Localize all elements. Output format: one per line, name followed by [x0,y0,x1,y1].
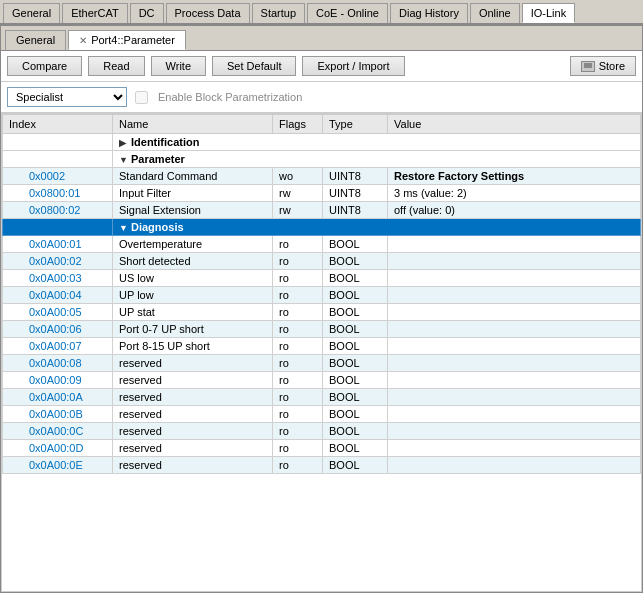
close-icon[interactable]: ✕ [79,35,87,46]
set-default-button[interactable]: Set Default [212,56,296,76]
tab-general[interactable]: General [3,3,60,23]
store-icon [581,61,595,72]
table-row[interactable]: 0x0A00:0E reserved ro BOOL [3,457,641,474]
table-row[interactable]: ▶Identification [3,134,641,151]
param-table: Index Name Flags Type Value ▶Identificat… [2,114,641,474]
table-row[interactable]: 0x0800:01 Input Filter rw UINT8 3 ms (va… [3,185,641,202]
col-header-flags: Flags [273,115,323,134]
tab-startup[interactable]: Startup [252,3,305,23]
block-param-checkbox[interactable] [135,91,148,104]
sub-tab-port4-param[interactable]: ✕Port4::Parameter [68,30,186,50]
store-button[interactable]: Store [570,56,636,76]
table-row[interactable]: 0x0A00:03 US low ro BOOL [3,270,641,287]
write-button[interactable]: Write [151,56,206,76]
table-row[interactable]: 0x0A00:0A reserved ro BOOL [3,389,641,406]
table-row[interactable]: ▼Parameter [3,151,641,168]
top-tab-bar: General EtherCAT DC Process Data Startup… [0,0,643,25]
tab-coe-online[interactable]: CoE - Online [307,3,388,23]
table-row[interactable]: 0x0A00:07 Port 8-15 UP short ro BOOL [3,338,641,355]
table-row[interactable]: 0x0A00:04 UP low ro BOOL [3,287,641,304]
col-header-name: Name [113,115,273,134]
main-content-area: General ✕Port4::Parameter Compare Read W… [0,25,643,593]
table-row[interactable]: 0x0800:02 Signal Extension rw UINT8 off … [3,202,641,219]
table-container[interactable]: Index Name Flags Type Value ▶Identificat… [1,113,642,592]
tab-process-data[interactable]: Process Data [166,3,250,23]
compare-button[interactable]: Compare [7,56,82,76]
tab-io-link[interactable]: IO-Link [522,3,575,23]
export-import-button[interactable]: Export / Import [302,56,404,76]
table-row[interactable]: 0x0A00:09 reserved ro BOOL [3,372,641,389]
tab-ethercat[interactable]: EtherCAT [62,3,127,23]
table-row[interactable]: 0x0A00:0B reserved ro BOOL [3,406,641,423]
tab-online[interactable]: Online [470,3,520,23]
table-row[interactable]: 0x0A00:02 Short detected ro BOOL [3,253,641,270]
table-row[interactable]: 0x0A00:01 Overtemperature ro BOOL [3,236,641,253]
toolbar: Compare Read Write Set Default Export / … [1,51,642,82]
sub-tab-general[interactable]: General [5,30,66,50]
store-label: Store [599,60,625,72]
tab-diag-history[interactable]: Diag History [390,3,468,23]
sub-tab-bar: General ✕Port4::Parameter [1,26,642,51]
tab-dc[interactable]: DC [130,3,164,23]
col-header-type: Type [323,115,388,134]
col-header-value: Value [388,115,641,134]
col-header-index: Index [3,115,113,134]
table-row[interactable]: 0x0002 Standard Command wo UINT8 Restore… [3,168,641,185]
table-row[interactable]: ▼Diagnosis [3,219,641,236]
filter-select[interactable]: Specialist Basic Advanced [7,87,127,107]
table-row[interactable]: 0x0A00:0D reserved ro BOOL [3,440,641,457]
filter-row: Specialist Basic Advanced Enable Block P… [1,82,642,113]
block-param-label: Enable Block Parametrization [158,91,302,103]
table-row[interactable]: 0x0A00:06 Port 0-7 UP short ro BOOL [3,321,641,338]
table-row[interactable]: 0x0A00:08 reserved ro BOOL [3,355,641,372]
read-button[interactable]: Read [88,56,144,76]
table-row[interactable]: 0x0A00:05 UP stat ro BOOL [3,304,641,321]
app-window: General EtherCAT DC Process Data Startup… [0,0,643,593]
table-row[interactable]: 0x0A00:0C reserved ro BOOL [3,423,641,440]
